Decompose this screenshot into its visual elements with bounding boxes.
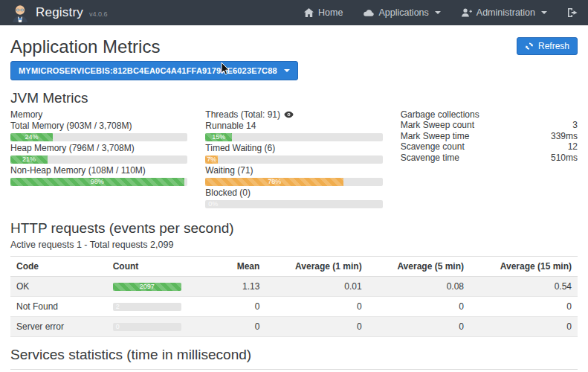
timed-waiting-bar: 7% <box>205 155 382 164</box>
page-title: Application Metrics <box>10 37 160 57</box>
total-memory-bar: 24% <box>10 133 187 141</box>
memory-column: Memory Total Memory (903M / 3,708M) 24% … <box>10 109 187 211</box>
metric-label: Non-Heap Memory (108M / 110M) <box>10 166 187 176</box>
runnable-bar: 15% <box>205 133 382 141</box>
waiting-bar: 78% <box>205 178 382 186</box>
gc-value: 3 <box>572 121 578 131</box>
services-statistics-heading: Services statistics (time in millisecond… <box>10 347 578 363</box>
table-header-row: Code Count Mean Average (1 min) Average … <box>10 257 578 277</box>
mean-cell: 1.13 <box>192 277 265 297</box>
refresh-label: Refresh <box>538 41 569 51</box>
main-content: Application Metrics Refresh MYMICROSERVI… <box>0 25 588 372</box>
col-header-p75: p75 <box>453 369 484 372</box>
instance-selector-dropdown[interactable]: MYMICROSERVICEBIS:812BC4EA0C4A41FFA9179A… <box>10 61 298 80</box>
chevron-down-icon <box>435 11 441 14</box>
eye-icon[interactable] <box>284 111 294 118</box>
user-plus-icon <box>462 8 472 17</box>
mean-cell: 0 <box>192 317 265 337</box>
refresh-icon <box>525 42 534 51</box>
count-cell: 2 <box>107 297 192 317</box>
application-metrics-page: Registry v4.0.6 Home Applications <box>0 0 588 372</box>
bar-percentage: 7% <box>207 155 216 164</box>
threads-column: Threads (Total: 91) Runnable 14 15% Time… <box>205 109 382 211</box>
gc-label: Mark Sweep time <box>401 132 470 142</box>
sign-out-icon <box>568 8 578 17</box>
col-header-p95: p95 <box>484 369 514 372</box>
nav-home-label: Home <box>318 7 343 18</box>
count-cell: 2097 <box>107 277 192 297</box>
page-header: Application Metrics Refresh <box>10 37 578 57</box>
threads-title: Threads (Total: 91) <box>205 109 382 120</box>
code-cell: OK <box>10 277 107 297</box>
metric-label: Waiting (71) <box>205 166 382 176</box>
col-header-avg1: Average (1 min) <box>265 257 367 277</box>
gc-value: 510ms <box>551 153 578 164</box>
navbar-menu: Home Applications Administration <box>304 7 578 18</box>
avg1-cell: 0 <box>265 317 367 337</box>
gc-row: Scavenge count 12 <box>401 142 578 153</box>
code-cell: Server error <box>10 317 107 337</box>
heap-memory-bar: 21% <box>10 155 187 164</box>
count-cell: 0 <box>107 317 192 337</box>
nav-applications[interactable]: Applications <box>364 7 440 18</box>
col-header-mean: Mean <box>353 369 392 372</box>
avg15-cell: 0 <box>470 317 578 337</box>
brand-title: Registry <box>36 5 83 20</box>
avg5-cell: 0.08 <box>368 277 470 297</box>
bar-percentage: 98% <box>91 178 104 186</box>
avg5-cell: 0 <box>368 297 470 317</box>
col-header-min: Min <box>392 369 422 372</box>
avg15-cell: 0.54 <box>470 277 578 297</box>
home-icon <box>304 8 314 17</box>
metric-label: Timed Waiting (6) <box>205 144 382 153</box>
bar-percentage: 21% <box>22 155 36 164</box>
memory-title: Memory <box>10 109 187 120</box>
col-header-count: Count <box>311 369 353 372</box>
nav-administration[interactable]: Administration <box>462 7 547 18</box>
gc-row: Scavenge time 510ms <box>401 153 578 164</box>
count-bar: 2097 <box>113 283 181 291</box>
avg1-cell: 0.01 <box>265 277 367 297</box>
gc-row: Mark Sweep time 339ms <box>401 132 578 142</box>
gc-label: Scavenge count <box>401 142 465 153</box>
bar-percentage: 78% <box>268 178 281 186</box>
nav-home[interactable]: Home <box>304 7 343 18</box>
metric-label: Heap Memory (796M / 3,708M) <box>10 144 187 153</box>
table-row: OK 2097 1.13 0.01 0.08 0.54 <box>10 277 578 297</box>
col-header-mean: Mean <box>192 257 265 277</box>
http-requests-table: Code Count Mean Average (1 min) Average … <box>10 256 578 337</box>
instance-selector-label: MYMICROSERVICEBIS:812BC4EA0C4A41FFA9179A… <box>19 66 277 75</box>
gc-label: Scavenge time <box>401 153 459 164</box>
table-header-row: Service name Count Mean Min p50 p75 p95 … <box>10 369 578 372</box>
metric-label: Total Memory (903M / 3,708M) <box>10 121 187 131</box>
col-header-max: Max <box>545 369 578 372</box>
chevron-down-icon <box>541 11 547 14</box>
col-header-avg15: Average (15 min) <box>470 257 578 277</box>
col-header-count: Count <box>107 257 192 277</box>
threads-title-text: Threads (Total: 91) <box>205 109 280 120</box>
cloud-icon <box>364 9 374 17</box>
col-header-avg5: Average (5 min) <box>368 257 470 277</box>
mean-cell: 0 <box>192 297 265 317</box>
gc-label: Mark Sweep count <box>401 121 474 131</box>
services-statistics-table: Service name Count Mean Min p50 p75 p95 … <box>10 369 578 372</box>
gc-title: Garbage collections <box>401 109 578 120</box>
count-bar: 0 <box>113 323 181 331</box>
count-bar: 2 <box>113 303 181 311</box>
table-row: Server error 0 0 0 0 0 <box>10 317 578 337</box>
code-cell: Not Found <box>10 297 107 317</box>
avg15-cell: 0 <box>470 297 578 317</box>
nav-administration-label: Administration <box>476 7 535 18</box>
table-row: Not Found 2 0 0 0 0 <box>10 297 578 317</box>
blocked-bar: 0% <box>205 200 382 208</box>
brand-link[interactable]: Registry v4.0.6 <box>10 2 107 23</box>
avg1-cell: 0 <box>265 297 367 317</box>
nav-logout[interactable] <box>568 8 578 17</box>
bar-percentage: 15% <box>212 133 225 141</box>
gc-value: 339ms <box>551 132 578 142</box>
bar-percentage: 24% <box>25 133 39 141</box>
metric-label: Blocked (0) <box>205 188 382 198</box>
refresh-button[interactable]: Refresh <box>517 37 578 55</box>
col-header-service-name: Service name <box>10 369 311 372</box>
col-header-p50: p50 <box>423 369 453 372</box>
